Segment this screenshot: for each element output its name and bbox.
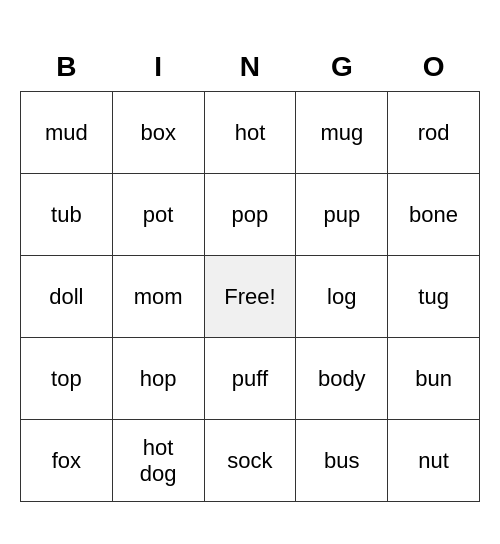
bingo-cell: hotdog [112,420,204,502]
bingo-cell: mom [112,256,204,338]
bingo-cell: Free! [204,256,296,338]
bingo-cell: body [296,338,388,420]
bingo-cell: hop [112,338,204,420]
bingo-cell: doll [21,256,113,338]
bingo-header-cell: N [204,42,296,92]
bingo-row: tubpotpoppupbone [21,174,480,256]
bingo-cell: pup [296,174,388,256]
bingo-header-cell: B [21,42,113,92]
bingo-row: tophoppuffbodybun [21,338,480,420]
bingo-cell: tub [21,174,113,256]
bingo-row: dollmomFree!logtug [21,256,480,338]
bingo-header-row: BINGO [21,42,480,92]
bingo-cell: hot [204,92,296,174]
bingo-cell: box [112,92,204,174]
bingo-row: mudboxhotmugrod [21,92,480,174]
bingo-cell: log [296,256,388,338]
bingo-cell: puff [204,338,296,420]
bingo-cell: mud [21,92,113,174]
bingo-row: foxhotdogsockbusnut [21,420,480,502]
bingo-cell: fox [21,420,113,502]
bingo-cell: mug [296,92,388,174]
bingo-cell: pop [204,174,296,256]
bingo-cell: bun [388,338,480,420]
bingo-header-cell: I [112,42,204,92]
bingo-cell: tug [388,256,480,338]
bingo-header-cell: O [388,42,480,92]
bingo-cell: pot [112,174,204,256]
bingo-cell: bone [388,174,480,256]
bingo-cell: nut [388,420,480,502]
bingo-cell: sock [204,420,296,502]
bingo-header-cell: G [296,42,388,92]
bingo-cell: rod [388,92,480,174]
bingo-cell: bus [296,420,388,502]
bingo-card: BINGO mudboxhotmugrodtubpotpoppupbonedol… [20,42,480,503]
bingo-cell: top [21,338,113,420]
